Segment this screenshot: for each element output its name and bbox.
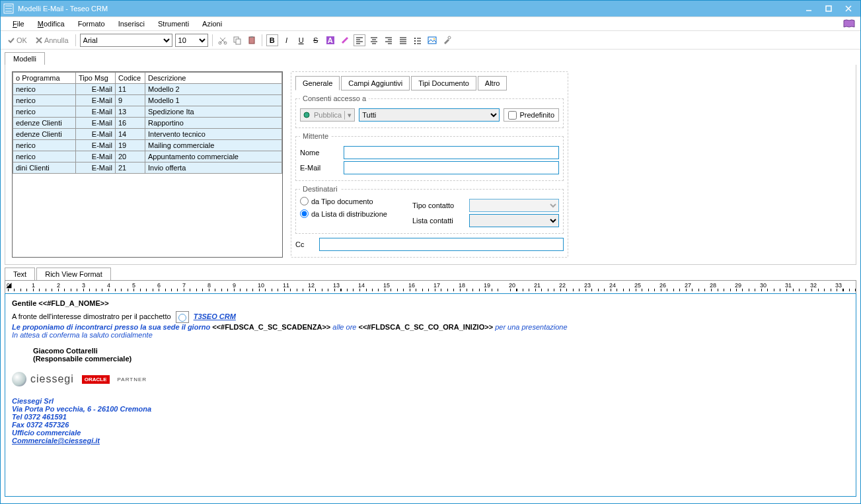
col-programma[interactable]: o Programma bbox=[13, 73, 76, 84]
table-row[interactable]: nericoE-Mail11Modello 2 bbox=[13, 84, 282, 95]
underline-icon[interactable]: U bbox=[295, 34, 307, 46]
tutti-select[interactable]: Tutti bbox=[359, 108, 500, 122]
table-row[interactable]: dini ClientiE-Mail21Invio offerta bbox=[13, 162, 282, 174]
editor-area[interactable]: Gentile <<#FLD_A_NOME>> A fronte dell'in… bbox=[5, 293, 856, 497]
paste-icon[interactable] bbox=[246, 34, 258, 46]
cc-label: Cc bbox=[295, 240, 315, 248]
body-line2: A fronte dell'interesse dimostratro per … bbox=[12, 312, 171, 320]
table-row[interactable]: nericoE-Mail20Appuntamento commerciale bbox=[13, 151, 282, 162]
edtab-text[interactable]: Text bbox=[5, 268, 35, 280]
align-center-icon[interactable] bbox=[368, 34, 380, 46]
highlight-icon[interactable] bbox=[339, 34, 351, 46]
minimize-button[interactable] bbox=[800, 3, 818, 14]
font-select[interactable]: Arial bbox=[80, 34, 172, 47]
ok-button[interactable]: OK bbox=[5, 36, 30, 45]
svg-rect-12 bbox=[428, 37, 436, 44]
logos: ciessegi ORACLE PARTNER bbox=[12, 372, 849, 386]
predefinito-check[interactable]: Predefinito bbox=[504, 108, 559, 122]
table-row[interactable]: nericoE-Mail13Spedizione Ita bbox=[13, 106, 282, 118]
svg-point-11 bbox=[414, 43, 416, 44]
radio-lista[interactable]: da Lista di distribuzione bbox=[300, 209, 406, 218]
logo-ciessegi: ciessegi bbox=[12, 372, 74, 386]
titlebar: Modelli E-Mail - Teseo CRM bbox=[1, 1, 860, 17]
email-input[interactable] bbox=[344, 161, 559, 174]
listacontatti-select[interactable] bbox=[469, 214, 559, 227]
table-row[interactable]: nericoE-Mail19Mailing commerciale bbox=[13, 140, 282, 151]
company-tel: Tel 0372 461591 bbox=[12, 413, 849, 421]
tool-icon[interactable] bbox=[441, 34, 453, 46]
fontcolor-icon[interactable]: A bbox=[324, 34, 336, 46]
svg-rect-6 bbox=[236, 39, 241, 44]
consenti-legend: Consenti accesso a bbox=[300, 94, 369, 102]
col-codice[interactable]: Codice bbox=[116, 73, 145, 84]
menu-modifica[interactable]: Modifica bbox=[31, 18, 71, 29]
body-alleore: alle ore bbox=[332, 323, 358, 331]
radio-tipodoc[interactable]: da Tipo documento bbox=[300, 197, 406, 205]
models-grid[interactable]: o Programma Tipo Msg Codice Descrizione … bbox=[12, 71, 283, 258]
ruler[interactable]: ◢ bbox=[5, 280, 856, 293]
fontsize-select[interactable]: 10 bbox=[175, 34, 208, 47]
maximize-button[interactable] bbox=[819, 3, 838, 14]
svg-point-10 bbox=[414, 40, 416, 42]
align-right-icon[interactable] bbox=[383, 34, 394, 46]
tipocontatto-label: Tipo contatto bbox=[412, 201, 465, 209]
col-tipomsg[interactable]: Tipo Msg bbox=[76, 73, 116, 84]
menu-file[interactable]: Filedocument.currentScript.previousEleme… bbox=[6, 18, 31, 29]
list-icon[interactable] bbox=[412, 34, 424, 46]
copy-icon[interactable] bbox=[231, 34, 243, 46]
menu-formato[interactable]: Formato bbox=[71, 18, 112, 29]
logo-partner: PARTNER bbox=[118, 377, 147, 382]
close-button[interactable] bbox=[839, 3, 858, 14]
svg-point-13 bbox=[433, 38, 435, 40]
company-mail[interactable]: Commerciale@ciessegi.it bbox=[12, 437, 849, 445]
pubblica-button[interactable]: Pubblica ▾ bbox=[300, 108, 355, 122]
product-link[interactable]: T3SEO CRM bbox=[194, 312, 236, 320]
body-greeting: Gentile <<#FLD_A_NOME>> bbox=[12, 299, 109, 307]
body-fld-scad: <<#FLDSCA_C_SC_SCADENZA>> bbox=[212, 323, 330, 331]
subtab-campi[interactable]: Campi Aggiuntivi bbox=[341, 76, 410, 90]
nome-label: Nome bbox=[300, 149, 340, 157]
editor-tabs: Text Rich View Format bbox=[1, 265, 860, 280]
menu-strumenti[interactable]: Strumenti bbox=[151, 18, 196, 29]
destinatari-legend: Destinatari bbox=[300, 185, 340, 193]
svg-point-14 bbox=[448, 36, 451, 39]
listacontatti-label: Lista contatti bbox=[412, 217, 465, 225]
annulla-button[interactable]: Annulla bbox=[32, 36, 71, 45]
align-left-icon[interactable] bbox=[354, 34, 365, 46]
cut-icon[interactable] bbox=[217, 34, 229, 46]
menubar: Filedocument.currentScript.previousEleme… bbox=[1, 17, 860, 31]
italic-icon[interactable]: I bbox=[281, 34, 293, 46]
menu-inserisci[interactable]: Inserisci bbox=[112, 18, 151, 29]
subtab-tipidoc[interactable]: Tipi Documento bbox=[411, 76, 476, 90]
edtab-rich[interactable]: Rich View Format bbox=[36, 268, 111, 280]
globe-icon bbox=[303, 112, 311, 118]
svg-point-9 bbox=[414, 38, 416, 39]
col-descrizione[interactable]: Descrizione bbox=[145, 73, 282, 84]
subtab-generale[interactable]: Generale bbox=[295, 76, 340, 90]
company-addr: Via Porta Po vecchia, 6 - 26100 Cremona bbox=[12, 405, 849, 413]
email-label: E-Mail bbox=[300, 164, 340, 172]
subtab-altro[interactable]: Altro bbox=[478, 76, 507, 90]
body-line3end: per una presentazione bbox=[495, 323, 567, 331]
tabstrip: Modelli bbox=[1, 50, 860, 65]
table-row[interactable]: nericoE-Mail9Modello 1 bbox=[13, 95, 282, 106]
mittente-legend: Mittente bbox=[300, 132, 331, 140]
form-panel: Generale Campi Aggiuntivi Tipi Documento… bbox=[291, 71, 568, 258]
sig-name: Giacomo Cottarelli bbox=[33, 347, 849, 355]
company-fax: Fax 0372 457326 bbox=[12, 421, 849, 429]
align-justify-icon[interactable] bbox=[397, 34, 409, 46]
table-row[interactable]: edenze ClientiE-Mail14Intervento tecnico bbox=[13, 129, 282, 140]
tab-modelli[interactable]: Modelli bbox=[5, 52, 45, 65]
tipocontatto-select bbox=[469, 199, 559, 212]
cc-input[interactable] bbox=[319, 238, 564, 251]
image-icon[interactable] bbox=[426, 34, 438, 46]
help-icon[interactable] bbox=[843, 19, 855, 28]
strike-icon[interactable]: S bbox=[310, 34, 322, 46]
table-row[interactable]: edenze ClientiE-Mail16Rapportino bbox=[13, 118, 282, 129]
nome-input[interactable] bbox=[344, 146, 559, 159]
body-fld-ora: <<#FLDSCA_C_SC_CO_ORA_INIZIO>> bbox=[359, 323, 494, 331]
menu-azioni[interactable]: Azioni bbox=[196, 18, 229, 29]
company-ufficio: Ufficio commerciale bbox=[12, 429, 849, 437]
bold-icon[interactable]: B bbox=[266, 34, 278, 46]
company-block: Ciessegi Srl Via Porta Po vecchia, 6 - 2… bbox=[12, 397, 849, 445]
